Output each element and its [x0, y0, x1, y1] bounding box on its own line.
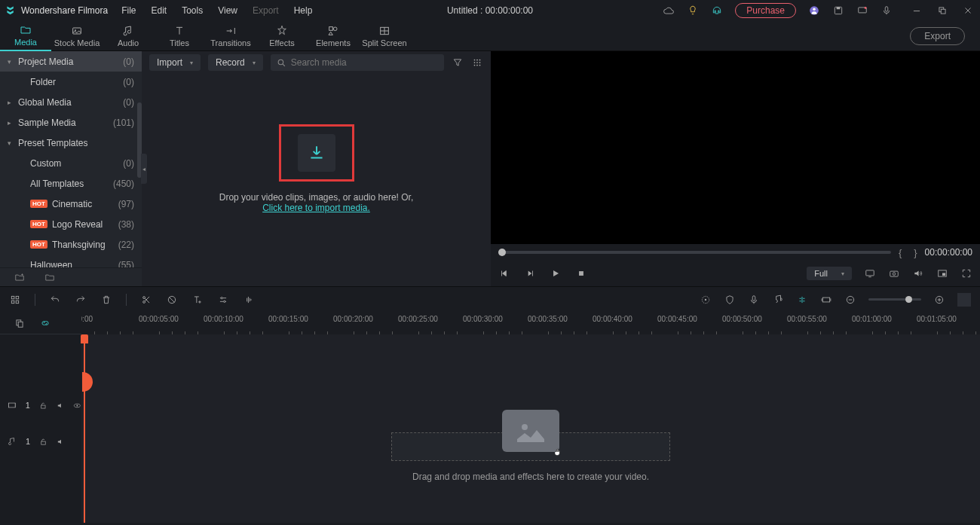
audio-mixer-icon[interactable] — [772, 294, 784, 306]
snapshot-icon[interactable] — [888, 267, 900, 279]
preview-quality-select[interactable]: Full▾ — [807, 267, 852, 280]
preview-viewport[interactable] — [491, 51, 980, 244]
sidebar-collapse-toggle[interactable]: ◂ — [141, 154, 147, 184]
record-label: Record — [216, 57, 245, 68]
render-icon[interactable] — [700, 294, 712, 306]
cloud-icon[interactable] — [663, 5, 675, 17]
magnet-icon[interactable] — [796, 294, 808, 306]
import-button[interactable] — [298, 134, 335, 172]
redo-icon[interactable] — [75, 294, 87, 306]
mute-icon[interactable] — [57, 401, 65, 410]
search-input[interactable] — [291, 57, 438, 68]
adjust-icon[interactable] — [217, 294, 229, 306]
import-link[interactable]: Click here to import media. — [262, 203, 370, 213]
apps-icon[interactable] — [9, 294, 21, 306]
unlock-icon-2[interactable] — [39, 438, 47, 446]
sidebar-item-all-templates[interactable]: All Templates(450) — [0, 173, 142, 194]
timeline-ruler[interactable]: 00:0000:00:05:0000:00:10:0000:00:15:0000… — [81, 312, 980, 334]
scrub-thumb[interactable] — [498, 249, 506, 256]
svg-point-10 — [75, 29, 76, 31]
menu-view[interactable]: View — [218, 5, 237, 16]
visibility-icon[interactable] — [73, 401, 81, 410]
zoom-in-icon[interactable] — [933, 294, 945, 306]
marker-shield-icon[interactable] — [724, 294, 736, 306]
purchase-button[interactable]: Purchase — [735, 3, 796, 18]
tab-split-label: Split Screen — [362, 38, 406, 47]
audio-wave-icon[interactable] — [243, 294, 255, 306]
delete-icon[interactable] — [100, 294, 112, 306]
crop-disable-icon[interactable] — [166, 294, 178, 306]
timeline-copy-icon[interactable] — [14, 317, 26, 329]
close-icon[interactable] — [962, 5, 974, 17]
search-box[interactable] — [271, 54, 444, 71]
avatar-icon[interactable] — [808, 5, 820, 17]
message-icon[interactable] — [856, 5, 868, 17]
new-folder-icon[interactable] — [14, 271, 26, 283]
menu-tools[interactable]: Tools — [182, 5, 203, 16]
maximize-icon[interactable] — [936, 5, 948, 17]
split-icon[interactable] — [140, 294, 152, 306]
volume-icon[interactable] — [912, 267, 924, 279]
mic-icon[interactable] — [880, 5, 893, 17]
track-area[interactable]: 00:0000:00:05:0000:00:10:0000:00:15:0000… — [81, 312, 980, 523]
voiceover-icon[interactable] — [748, 294, 760, 306]
media-drop-zone[interactable]: Drop your video clips, images, or audio … — [142, 74, 491, 286]
aspect-icon[interactable] — [820, 294, 832, 306]
tab-media[interactable]: Media — [0, 21, 51, 51]
tab-transitions[interactable]: Transitions — [205, 21, 256, 51]
display-icon[interactable] — [864, 267, 876, 279]
sidebar-item-preset-templates[interactable]: ▾Preset Templates — [0, 133, 142, 153]
pip-icon[interactable] — [936, 267, 948, 279]
sidebar-item-sample-media[interactable]: ▸Sample Media(101) — [0, 112, 142, 133]
play-icon[interactable] — [550, 267, 562, 279]
stop-icon[interactable] — [575, 267, 587, 279]
lightbulb-icon[interactable] — [687, 5, 699, 17]
preview-scrubber[interactable] — [498, 251, 891, 254]
video-track-header[interactable]: 1 — [0, 387, 81, 423]
zoom-out-icon[interactable] — [844, 294, 856, 306]
export-button[interactable]: Export — [910, 27, 965, 45]
mark-in-icon[interactable]: { — [899, 247, 902, 258]
headset-icon[interactable] — [711, 5, 723, 17]
zoom-thumb[interactable] — [905, 296, 912, 303]
playhead[interactable] — [84, 334, 85, 523]
tab-split-screen[interactable]: Split Screen — [359, 21, 410, 51]
filter-icon[interactable] — [452, 56, 464, 69]
sidebar-item-thanksgiving[interactable]: HOTThanksgiving(22) — [0, 234, 142, 255]
minimize-icon[interactable] — [911, 5, 923, 17]
folder-icon[interactable] — [44, 271, 56, 283]
audio-track-header[interactable]: 1 — [0, 423, 81, 459]
fullscreen-icon[interactable] — [960, 267, 972, 279]
tab-audio[interactable]: Audio — [103, 21, 154, 51]
color-chip[interactable] — [957, 293, 971, 307]
save-icon[interactable] — [832, 5, 844, 17]
mute-icon-2[interactable] — [57, 438, 65, 446]
menu-file[interactable]: File — [121, 5, 136, 16]
tab-elements[interactable]: Elements — [308, 21, 359, 51]
prev-frame-icon[interactable] — [498, 267, 510, 279]
tab-effects[interactable]: Effects — [256, 21, 308, 51]
step-back-icon[interactable] — [524, 267, 536, 279]
ruler-tick: 00:00:30:00 — [463, 315, 503, 323]
menu-help[interactable]: Help — [294, 5, 313, 16]
mark-out-icon[interactable]: } — [914, 247, 917, 258]
sidebar-item-custom[interactable]: Custom(0) — [0, 153, 142, 173]
tab-titles[interactable]: Titles — [154, 21, 205, 51]
sidebar-item-cinematic[interactable]: HOTCinematic(97) — [0, 194, 142, 214]
tab-titles-label: Titles — [170, 38, 189, 47]
sidebar-item-logo-reveal[interactable]: HOTLogo Reveal(38) — [0, 214, 142, 234]
sidebar-item-folder[interactable]: Folder(0) — [0, 72, 142, 92]
text-add-icon[interactable] — [191, 294, 204, 306]
sidebar-item-project-media[interactable]: ▾Project Media(0) — [0, 51, 142, 72]
zoom-slider[interactable] — [868, 298, 921, 301]
timeline-link-icon[interactable] — [39, 317, 51, 329]
tab-stock-media[interactable]: Stock Media — [51, 21, 103, 51]
record-dropdown[interactable]: Record▾ — [208, 54, 263, 71]
grid-view-icon[interactable] — [471, 56, 483, 69]
menu-edit[interactable]: Edit — [152, 5, 167, 16]
unlock-icon[interactable] — [39, 401, 47, 410]
undo-icon[interactable] — [49, 294, 61, 306]
sidebar-item-halloween[interactable]: Halloween(55) — [0, 255, 142, 267]
sidebar-item-global-media[interactable]: ▸Global Media(0) — [0, 92, 142, 112]
import-dropdown[interactable]: Import▾ — [149, 54, 201, 71]
